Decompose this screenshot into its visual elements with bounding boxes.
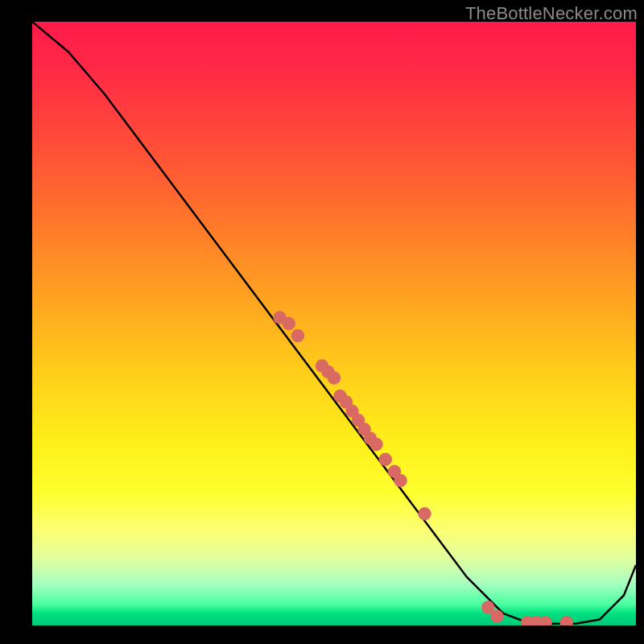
outer-frame: TheBottleNecker.com [0, 0, 644, 644]
data-marker [328, 371, 341, 385]
data-markers [273, 311, 573, 625]
data-marker [490, 610, 504, 624]
data-marker [369, 438, 383, 452]
bottleneck-curve [32, 22, 636, 624]
data-marker [379, 453, 393, 467]
data-marker [283, 317, 296, 331]
data-marker [394, 474, 407, 488]
data-marker [539, 616, 552, 625]
data-marker [418, 507, 431, 521]
data-marker [560, 616, 574, 625]
plot-area [32, 22, 636, 625]
data-marker [291, 329, 305, 343]
watermark-text: TheBottleNecker.com [465, 3, 638, 24]
chart-svg [32, 22, 636, 625]
